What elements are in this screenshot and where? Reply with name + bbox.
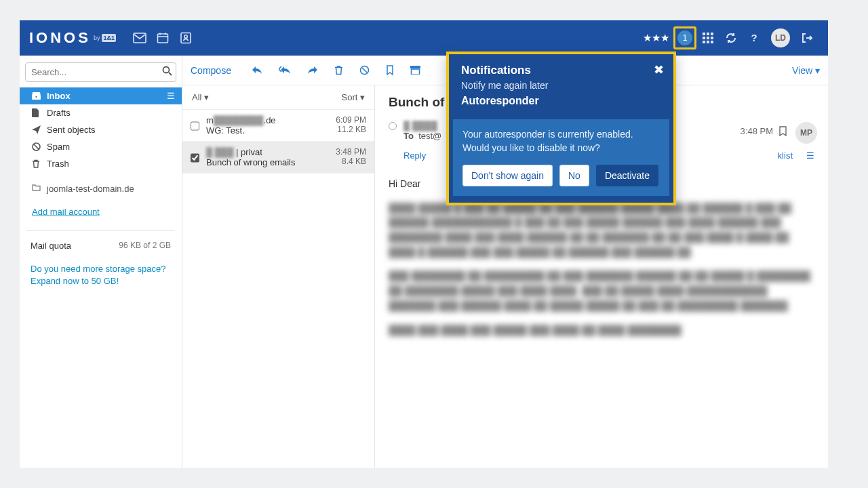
file-icon — [32, 108, 39, 117]
popover-subtitle: Notify me again later — [461, 80, 661, 91]
to-value: test@ — [418, 131, 441, 141]
forward-icon[interactable] — [307, 66, 318, 75]
deactivate-button[interactable]: Deactivate — [596, 165, 658, 186]
quota-value: 96 KB of 2 GB — [119, 241, 171, 251]
svg-point-14 — [163, 67, 170, 73]
svg-rect-7 — [703, 37, 705, 39]
view-dropdown[interactable]: View ▾ — [792, 65, 820, 76]
body-para: ███ ████████ ██ █████████ ██ ███ ███████… — [389, 269, 814, 313]
search-input[interactable] — [25, 62, 176, 82]
folder-menu-icon[interactable]: ☰ — [167, 91, 175, 101]
message-size: 8.4 KB — [336, 157, 366, 166]
popover-title: Notifications — [461, 64, 661, 77]
blocklist-link[interactable]: klist — [778, 150, 793, 161]
user-avatar[interactable]: LD — [771, 28, 790, 47]
more-menu-icon[interactable]: ☰ — [806, 150, 814, 161]
reply-all-icon[interactable] — [279, 66, 291, 75]
folder-sent[interactable]: Sent objects — [20, 121, 182, 138]
brand-logo: IONOS — [29, 29, 91, 47]
calendar-icon[interactable] — [151, 26, 174, 49]
flag-icon[interactable] — [778, 126, 787, 136]
brand-by: by — [94, 35, 100, 41]
help-icon[interactable]: ? — [743, 26, 766, 49]
search-icon[interactable] — [162, 66, 172, 76]
message-size: 11.2 KB — [336, 125, 366, 134]
folder-label: Spam — [47, 142, 70, 152]
spam-icon[interactable] — [359, 65, 370, 75]
folder-drafts[interactable]: Drafts — [20, 104, 182, 121]
stars-icon[interactable]: ★★★ — [643, 32, 669, 44]
svg-point-3 — [184, 35, 187, 38]
filter-all-dropdown[interactable]: All ▾ — [192, 92, 209, 102]
svg-rect-17 — [410, 66, 420, 68]
mail-quota: Mail quota 96 KB of 2 GB — [26, 230, 175, 256]
account-label: joomla-test-domain.de — [47, 184, 134, 194]
filter-label: All — [192, 92, 201, 102]
message-checkbox[interactable] — [191, 117, 199, 136]
sidebar: Inbox ☰ Drafts Sent objects Spam — [20, 56, 182, 468]
svg-rect-4 — [703, 33, 705, 35]
reader-from: █ ████ — [403, 121, 444, 131]
message-subject: WG: Test. — [206, 125, 329, 136]
no-button[interactable]: No — [559, 165, 589, 186]
svg-rect-10 — [703, 41, 705, 43]
from-blur: █ ███ — [206, 147, 233, 157]
sort-dropdown[interactable]: Sort ▾ — [342, 92, 365, 102]
compose-button[interactable]: Compose — [191, 65, 231, 76]
message-from: m████████.de — [206, 115, 329, 125]
bookmark-icon[interactable] — [386, 65, 394, 75]
delete-icon[interactable] — [334, 65, 343, 75]
folder-inbox[interactable]: Inbox ☰ — [20, 87, 182, 104]
svg-rect-6 — [711, 33, 713, 35]
quota-label: Mail quota — [31, 241, 71, 251]
apps-grid-icon[interactable] — [696, 26, 719, 49]
message-list: All ▾ Sort ▾ m████████.de WG: Test. 6:09… — [182, 85, 375, 468]
storage-upsell-link[interactable]: Do you need more storage space? Expand n… — [20, 256, 182, 294]
close-icon[interactable]: ✖ — [654, 62, 664, 77]
refresh-icon[interactable] — [719, 26, 743, 49]
popover-text: Your autoresponder is currently enabled.… — [462, 127, 660, 155]
brand-sublogo: by 1&1 — [94, 34, 116, 42]
contacts-icon[interactable] — [174, 26, 197, 49]
archive-icon[interactable] — [410, 66, 420, 75]
svg-rect-12 — [711, 41, 713, 43]
read-status-icon[interactable] — [389, 122, 397, 130]
folder-icon — [32, 184, 41, 191]
mail-account[interactable]: joomla-test-domain.de — [20, 179, 182, 199]
notification-badge[interactable]: 1 — [677, 30, 692, 45]
blocklist-text: klist — [778, 150, 793, 161]
folder-spam[interactable]: Spam — [20, 138, 182, 155]
dont-show-again-button[interactable]: Don't show again — [462, 165, 553, 186]
popover-section: Your autoresponder is currently enabled.… — [453, 119, 669, 196]
reader-to: To test@ — [403, 131, 444, 141]
popover-line2: Would you like to disable it now? — [462, 141, 660, 155]
time-text: 3:48 PM — [741, 126, 773, 136]
mail-icon[interactable] — [128, 26, 151, 49]
notifications-popover: Notifications Notify me again later ✖ Au… — [446, 52, 676, 205]
add-mail-account-link[interactable]: Add mail account — [20, 199, 182, 225]
trash-icon — [32, 159, 40, 168]
body: Inbox ☰ Drafts Sent objects Spam — [20, 56, 828, 468]
message-checkbox[interactable] — [191, 148, 199, 167]
view-label: View — [792, 65, 812, 76]
message-item[interactable]: █ ███ | privat Bunch of wrong emails 3:4… — [182, 142, 374, 174]
storage-line2: Expand now to 50 GB! — [31, 275, 171, 287]
folder-trash[interactable]: Trash — [20, 155, 182, 172]
ban-icon — [32, 142, 41, 151]
folder-label: Trash — [47, 159, 69, 169]
to-label: To — [403, 131, 414, 141]
from-suffix: | privat — [233, 147, 262, 157]
svg-rect-1 — [157, 34, 167, 43]
header-bar: IONOS by 1&1 ★★★ 1 ? LD — [20, 20, 828, 56]
reply-icon[interactable] — [252, 66, 262, 75]
message-time: 6:09 PM — [336, 115, 366, 125]
popover-line1: Your autoresponder is currently enabled. — [462, 127, 660, 141]
reply-link[interactable]: Reply — [403, 150, 426, 161]
reader-timestamp: 3:48 PM — [741, 126, 787, 136]
logout-icon[interactable] — [795, 26, 818, 49]
body-para: ████ █████ █ ███ ██ █████ ██ ███ ██████ … — [389, 201, 814, 260]
popover-section-title: Autoresponder — [449, 95, 673, 111]
app-frame: IONOS by 1&1 ★★★ 1 ? LD — [20, 20, 828, 468]
message-item[interactable]: m████████.de WG: Test. 6:09 PM 11.2 KB — [182, 110, 374, 142]
notification-badge-highlight: 1 — [673, 26, 696, 49]
